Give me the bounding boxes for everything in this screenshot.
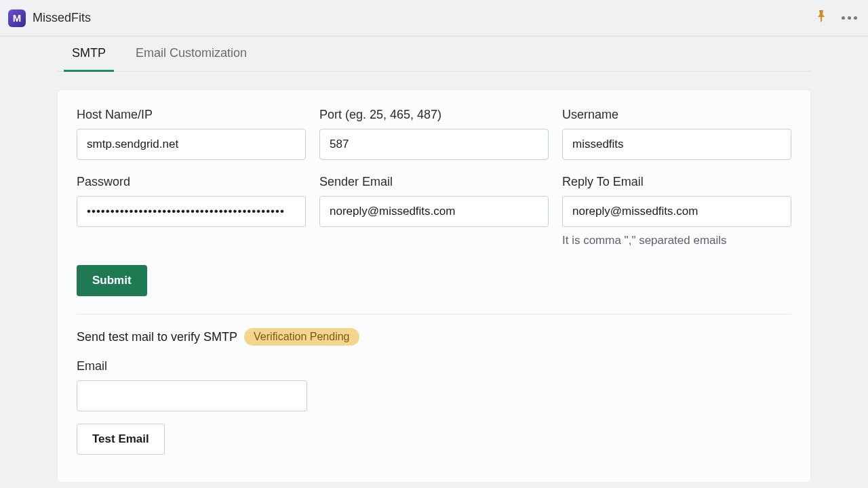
- submit-button-label: Submit: [92, 274, 132, 287]
- title-bar: M MissedFits: [0, 0, 868, 37]
- app-logo-letter: M: [13, 12, 22, 24]
- tab-email-customization-label: Email Customization: [136, 46, 247, 60]
- app-logo-icon: M: [8, 9, 26, 27]
- label-port: Port (eg. 25, 465, 487): [319, 108, 549, 122]
- input-port[interactable]: [319, 129, 549, 160]
- submit-button[interactable]: Submit: [77, 265, 147, 296]
- verification-badge: Verification Pending: [244, 328, 359, 346]
- verify-heading: Send test mail to verify SMTP: [77, 330, 237, 344]
- input-password[interactable]: [77, 196, 306, 227]
- label-password: Password: [77, 175, 306, 189]
- input-username[interactable]: [562, 129, 791, 160]
- verify-row: Send test mail to verify SMTP Verificati…: [77, 328, 791, 346]
- field-username: Username: [562, 108, 791, 160]
- input-test-email[interactable]: [77, 380, 307, 411]
- field-host: Host Name/IP: [77, 108, 306, 160]
- label-test-email: Email: [77, 359, 307, 373]
- smtp-settings-card: Host Name/IP Port (eg. 25, 465, 487) Use…: [57, 89, 811, 483]
- tab-smtp[interactable]: SMTP: [57, 37, 121, 71]
- input-host[interactable]: [77, 129, 306, 160]
- test-email-button[interactable]: Test Email: [77, 424, 165, 455]
- pin-icon[interactable]: [816, 10, 827, 26]
- tabs: SMTP Email Customization: [57, 37, 811, 72]
- hint-reply-to: It is comma "," separated emails: [562, 234, 791, 247]
- field-test-email: Email: [77, 359, 307, 411]
- more-menu-icon[interactable]: [839, 14, 860, 22]
- field-sender-email: Sender Email: [319, 175, 549, 247]
- tab-email-customization[interactable]: Email Customization: [121, 37, 262, 71]
- field-port: Port (eg. 25, 465, 487): [319, 108, 549, 160]
- test-email-button-label: Test Email: [92, 432, 149, 446]
- divider: [77, 314, 791, 314]
- field-reply-to: Reply To Email It is comma "," separated…: [562, 175, 791, 247]
- label-reply-to: Reply To Email: [562, 175, 791, 189]
- label-host: Host Name/IP: [77, 108, 306, 122]
- input-reply-to[interactable]: [562, 196, 791, 227]
- label-username: Username: [562, 108, 791, 122]
- label-sender-email: Sender Email: [319, 175, 549, 189]
- field-password: Password: [77, 175, 306, 247]
- input-sender-email[interactable]: [319, 196, 549, 227]
- app-title: MissedFits: [33, 11, 91, 25]
- tab-smtp-label: SMTP: [72, 46, 106, 60]
